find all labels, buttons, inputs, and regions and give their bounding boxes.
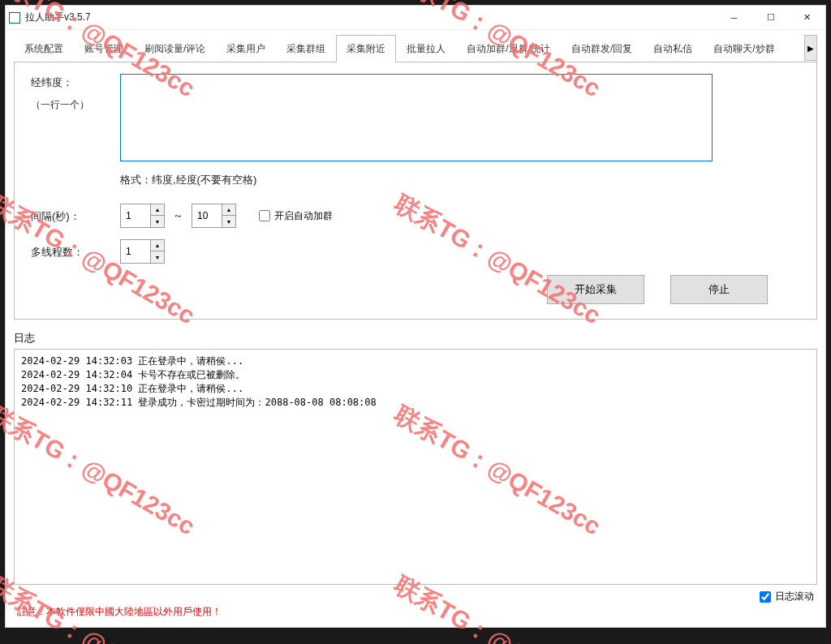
auto-join-checkbox-wrap[interactable]: 开启自动加群 <box>259 209 333 223</box>
coords-input[interactable] <box>120 74 713 161</box>
window-title: 拉人助手v3.5.7 <box>25 11 91 24</box>
interval-max-spinner: ▲ ▼ <box>192 204 236 228</box>
format-hint: 格式：纬度,经度(不要有空格) <box>120 173 800 187</box>
tab-panel-collect-nearby: 经纬度： （一行一个） 格式：纬度,经度(不要有空格) 间隔(秒)： ▲ ▼ <box>14 62 817 320</box>
log-output[interactable]: 2024-02-29 14:32:03 正在登录中，请稍侯... 2024-02… <box>14 349 817 585</box>
tab-read-comment[interactable]: 刷阅读量/评论 <box>134 35 216 62</box>
interval-min-up[interactable]: ▲ <box>151 204 164 216</box>
tab-account-manage[interactable]: 账号管理 <box>74 35 134 62</box>
interval-label: 间隔(秒)： <box>31 208 120 224</box>
log-scroll-checkbox[interactable] <box>760 591 771 603</box>
tilde-separator: ～ <box>173 208 183 223</box>
interval-max-down[interactable]: ▼ <box>222 216 235 227</box>
threads-down[interactable]: ▼ <box>151 251 164 263</box>
tab-auto-dm[interactable]: 自动私信 <box>643 35 703 62</box>
disclaimer-text: 註意：本軟件僅限中國大陸地區以外用戶使用！ <box>14 603 817 624</box>
tab-collect-group[interactable]: 采集群组 <box>276 35 336 62</box>
log-section: 日志 2024-02-29 14:32:03 正在登录中，请稍侯... 2024… <box>14 331 817 603</box>
auto-join-checkbox[interactable] <box>259 210 270 221</box>
threads-spinner: ▲ ▼ <box>120 239 165 264</box>
tab-collect-nearby[interactable]: 采集附近 <box>336 35 396 62</box>
interval-max-up[interactable]: ▲ <box>222 204 235 216</box>
titlebar: 拉人助手v3.5.7 ─ ☐ ✕ <box>6 6 825 30</box>
coords-label: 经纬度： （一行一个） <box>31 74 120 112</box>
tab-batch-invite[interactable]: 批量拉人 <box>396 35 456 62</box>
auto-join-label: 开启自动加群 <box>274 209 333 223</box>
close-button[interactable]: ✕ <box>789 6 825 29</box>
app-icon <box>9 12 20 24</box>
start-collect-button[interactable]: 开始采集 <box>547 275 644 304</box>
interval-max-input[interactable] <box>192 204 222 227</box>
threads-input[interactable] <box>121 240 150 263</box>
minimize-button[interactable]: ─ <box>716 6 752 29</box>
log-scroll-label: 日志滚动 <box>775 590 814 603</box>
app-window: 拉人助手v3.5.7 ─ ☐ ✕ 系统配置 账号管理 刷阅读量/评论 采集用户 … <box>5 5 826 628</box>
threads-up[interactable]: ▲ <box>151 240 164 251</box>
interval-min-input[interactable] <box>121 204 150 227</box>
log-scroll-checkbox-wrap[interactable]: 日志滚动 <box>760 590 814 603</box>
interval-min-down[interactable]: ▼ <box>151 216 164 227</box>
interval-min-spinner: ▲ ▼ <box>120 204 165 228</box>
tab-auto-group-reply[interactable]: 自动群发/回复 <box>561 35 643 62</box>
tab-bar: 系统配置 账号管理 刷阅读量/评论 采集用户 采集群组 采集附近 批量拉人 自动… <box>14 35 817 62</box>
stop-button[interactable]: 停止 <box>670 275 768 304</box>
tab-scroll-right[interactable]: ▶ <box>804 35 817 61</box>
tab-auto-chat[interactable]: 自动聊天/炒群 <box>703 35 785 62</box>
threads-label: 多线程数： <box>31 243 120 260</box>
tab-auto-join-leave[interactable]: 自动加群/退群/统计 <box>456 35 561 62</box>
tab-system-config[interactable]: 系统配置 <box>14 35 74 62</box>
tab-collect-user[interactable]: 采集用户 <box>216 35 276 62</box>
maximize-button[interactable]: ☐ <box>752 6 789 29</box>
log-label: 日志 <box>14 331 817 346</box>
